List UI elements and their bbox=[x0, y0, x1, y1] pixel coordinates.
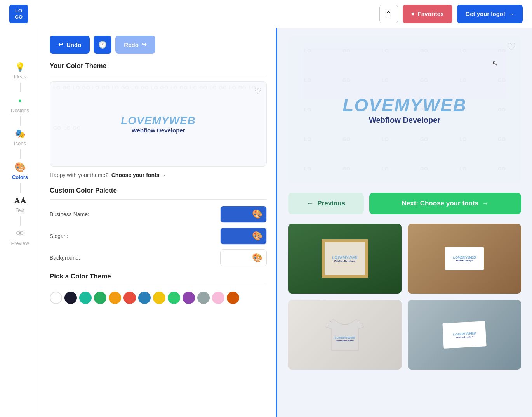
get-logo-label: Get your logo! bbox=[466, 10, 506, 17]
mockup-logo-slogan-2: Webflow Developer bbox=[456, 259, 473, 262]
mockup-logo-name-3: LOVEMYWEB bbox=[335, 336, 355, 339]
swatch-white[interactable] bbox=[50, 292, 62, 304]
heart-icon-main: ♡ bbox=[507, 41, 516, 53]
sidebar-item-label: Colors bbox=[12, 174, 28, 180]
section-divider-1 bbox=[50, 75, 267, 75]
sidebar-item-text[interactable]: 𝐀𝐀 Text bbox=[0, 193, 40, 216]
preview-logo-slogan: Webflow Developer bbox=[121, 127, 196, 134]
color-picker-icon: 🎨 bbox=[252, 209, 263, 219]
color-theme-title: Your Color Theme bbox=[50, 62, 267, 70]
sidebar-connector-1 bbox=[20, 83, 21, 92]
colors-icon: 🎨 bbox=[14, 162, 26, 173]
sidebar-item-icons[interactable]: 🎭 Icons bbox=[0, 126, 40, 149]
custom-palette-section: Custom Color Palette Business Name: 🎨 Sl… bbox=[50, 187, 267, 266]
swatch-orange[interactable] bbox=[109, 292, 121, 304]
pick-theme-section: Pick a Color Theme bbox=[50, 273, 267, 304]
business-color-picker[interactable]: 🎨 bbox=[220, 206, 267, 223]
sidebar-item-designs[interactable]: ▪ Designs bbox=[0, 92, 40, 116]
get-logo-button[interactable]: Get your logo! → bbox=[457, 5, 523, 23]
mockup-logo-name-2: LOVEMYWEB bbox=[453, 255, 476, 259]
sidebar-connector-4 bbox=[20, 183, 21, 193]
swatch-yellow[interactable] bbox=[153, 292, 165, 304]
swatch-blue[interactable] bbox=[138, 292, 151, 304]
undo-arrow-icon: ↩ bbox=[58, 41, 63, 48]
sidebar-connector-2 bbox=[20, 116, 21, 126]
ideas-icon: 💡 bbox=[15, 62, 25, 72]
sidebar-item-label: Preview bbox=[11, 240, 29, 246]
palette-slogan-label: Slogan: bbox=[50, 233, 68, 239]
designs-icon: ▪ bbox=[18, 95, 22, 106]
mockup-grid: LOVEMYWEB Webflow Developer LOVEMYWEB We… bbox=[288, 224, 521, 370]
sidebar-item-ideas[interactable]: 💡 Ideas bbox=[0, 59, 40, 83]
main-logo-display: LOVEMYWEB Webflow Developer bbox=[342, 95, 467, 125]
choose-fonts-text: Happy with your theme? bbox=[50, 172, 108, 178]
mockup-logo-slogan-1: Webflow Developer bbox=[334, 260, 355, 262]
topbar-actions: ⇧ ♥ Favorites Get your logo! → bbox=[379, 5, 523, 23]
custom-palette-title: Custom Color Palette bbox=[50, 187, 267, 195]
mockup-logo-slogan-3: Webflow Developer bbox=[335, 339, 355, 342]
choose-fonts-link[interactable]: Choose your fonts → bbox=[111, 172, 167, 178]
section-divider-2 bbox=[50, 199, 267, 200]
choose-fonts-line: Happy with your theme? Choose your fonts… bbox=[50, 172, 267, 178]
palette-background-label: Background: bbox=[50, 255, 80, 261]
color-picker-icon-3: 🎨 bbox=[252, 253, 263, 263]
right-panel: LOGOLOGOLOGO LOGOLOGOLOGO LOGOLOGOLOGO L… bbox=[277, 28, 532, 417]
slogan-color-picker[interactable]: 🎨 bbox=[220, 228, 267, 245]
cursor: ↖ bbox=[492, 59, 498, 68]
swatch-gray[interactable] bbox=[197, 292, 210, 304]
topbar: LOGO ⇧ ♥ Favorites Get your logo! → bbox=[0, 0, 532, 28]
preview-icon: 👁 bbox=[16, 229, 24, 239]
mockup-logo-name-1: LOVEMYWEB bbox=[332, 255, 358, 260]
redo-arrow-icon: ↪ bbox=[142, 41, 147, 48]
sidebar-item-preview[interactable]: 👁 Preview bbox=[0, 226, 40, 249]
icons-icon: 🎭 bbox=[15, 129, 25, 139]
favorites-label: Favorites bbox=[418, 10, 444, 17]
color-theme-section: Your Color Theme LOGOLOGOLOGO LOGOLOGOLO… bbox=[50, 62, 267, 178]
swatch-teal[interactable] bbox=[79, 292, 92, 304]
swatch-pink[interactable] bbox=[212, 292, 224, 304]
mockup-card-frame[interactable]: LOVEMYWEB Webflow Developer bbox=[288, 224, 402, 294]
swatch-purple[interactable] bbox=[183, 292, 195, 304]
next-arrow-icon: → bbox=[482, 200, 489, 207]
preview-logo: LOVEMYWEB Webflow Developer bbox=[121, 115, 196, 134]
redo-label: Redo bbox=[124, 42, 139, 48]
logo[interactable]: LOGO bbox=[9, 5, 28, 23]
sidebar-connector-5 bbox=[20, 216, 21, 226]
pick-theme-title: Pick a Color Theme bbox=[50, 273, 267, 280]
next-label: Next: Choose your fonts bbox=[402, 200, 478, 207]
left-panel: ↩ Undo 🕐 Redo ↪ Your Color Theme LOGOLOG… bbox=[40, 28, 277, 417]
sidebar-item-label: Designs bbox=[11, 108, 29, 113]
next-button[interactable]: Next: Choose your fonts → bbox=[369, 193, 521, 214]
preview-logo-name: LOVEMYWEB bbox=[121, 115, 196, 127]
logo-text: LOGO bbox=[15, 8, 23, 20]
main-preview-area: LOGOLOGOLOGO LOGOLOGOLOGO LOGOLOGOLOGO L… bbox=[288, 36, 521, 183]
redo-button[interactable]: Redo ↪ bbox=[115, 36, 155, 54]
color-swatches bbox=[50, 292, 267, 304]
background-color-picker[interactable]: 🎨 bbox=[220, 249, 267, 266]
main-logo-slogan: Webflow Developer bbox=[342, 116, 467, 125]
swatch-dark-navy[interactable] bbox=[64, 292, 77, 304]
history-button[interactable]: 🕐 bbox=[94, 36, 111, 54]
previous-button[interactable]: ← Previous bbox=[288, 193, 364, 214]
share-icon: ⇧ bbox=[386, 10, 391, 18]
undo-button[interactable]: ↩ Undo bbox=[50, 36, 90, 54]
toolbar: ↩ Undo 🕐 Redo ↪ bbox=[50, 36, 267, 54]
main-logo-name: LOVEMYWEB bbox=[342, 95, 467, 116]
mockup-card-table[interactable]: LOVEMYWEB Webflow Developer bbox=[408, 300, 521, 370]
swatch-dark-orange[interactable] bbox=[227, 292, 239, 304]
color-picker-icon-2: 🎨 bbox=[252, 231, 263, 241]
sidebar-item-colors[interactable]: 🎨 Colors bbox=[0, 159, 40, 183]
mockup-card-hand[interactable]: LOVEMYWEB Webflow Developer bbox=[408, 224, 521, 294]
main-heart-button[interactable]: ♡ bbox=[507, 41, 516, 53]
get-logo-arrow-icon: → bbox=[508, 10, 514, 17]
palette-row-background: Background: 🎨 bbox=[50, 249, 267, 266]
section-divider-3 bbox=[50, 285, 267, 285]
swatch-red[interactable] bbox=[123, 292, 136, 304]
preview-heart-button[interactable]: ♡ bbox=[254, 86, 262, 96]
swatch-lime[interactable] bbox=[168, 292, 180, 304]
share-button[interactable]: ⇧ bbox=[379, 5, 398, 23]
mockup-card-tshirt[interactable]: LOVEMYWEB Webflow Developer bbox=[288, 300, 402, 370]
swatch-green[interactable] bbox=[94, 292, 106, 304]
sidebar-item-label: Ideas bbox=[14, 74, 26, 80]
favorites-button[interactable]: ♥ Favorites bbox=[403, 5, 452, 23]
